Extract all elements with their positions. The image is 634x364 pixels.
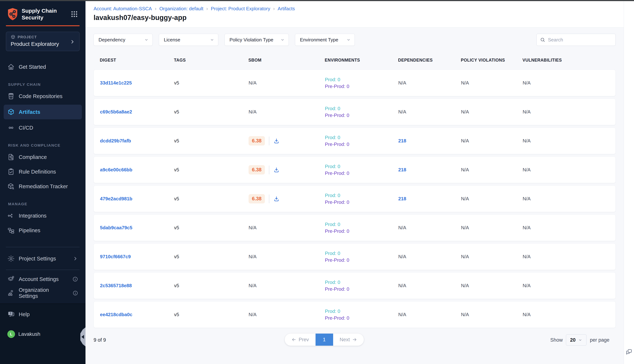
sidebar-item-organization-settings[interactable]: Organization Settings (4, 287, 82, 299)
filter-policy-violation-type[interactable]: Policy Violation Type (224, 34, 289, 46)
tags-cell: v5 (174, 80, 249, 86)
chevron-down-icon (144, 38, 149, 42)
page-size-value: 20 (570, 337, 575, 343)
sidebar-item-pipelines[interactable]: Pipelines (4, 224, 82, 236)
sbom-cell: N/A (249, 80, 325, 86)
sbom-download-button[interactable] (273, 167, 279, 173)
breadcrumb-account[interactable]: Account: Automation-SSCA (94, 6, 152, 12)
sidebar-item-code-repositories[interactable]: Code Repositories (4, 90, 82, 102)
right-rail (624, 1, 634, 364)
page-number-active[interactable]: 1 (315, 334, 333, 346)
user-menu[interactable]: L Lavakush (7, 330, 78, 338)
download-icon (273, 138, 279, 144)
org-gear-icon (7, 290, 15, 297)
sidebar-item-account-settings[interactable]: Account Settings (4, 273, 82, 285)
feedback-chat-icon[interactable] (625, 348, 633, 356)
sidebar-item-label: Get Started (19, 64, 46, 70)
dependencies-cell: N/A (398, 254, 461, 260)
environments-cell: Prod: 0 Pre-Prod: 0 (325, 250, 398, 264)
project-selector[interactable]: PROJECT Product Exploratory (6, 32, 80, 51)
collapse-arrow-icon (82, 335, 84, 339)
tags-cell: v5 (174, 283, 249, 288)
section-label-supply-chain: SUPPLY CHAIN (8, 82, 82, 87)
breadcrumb-organization[interactable]: Organization: default (159, 6, 203, 12)
sidebar-item-label: Integrations (19, 213, 47, 219)
sidebar-item-remediation-tracker[interactable]: Remediation Tracker (4, 180, 82, 193)
sidebar-item-get-started[interactable]: Get Started (4, 61, 82, 73)
prev-label: Prev (299, 337, 309, 342)
sbom-score-badge: 6.38 (249, 165, 265, 174)
info-icon[interactable] (73, 290, 78, 296)
env-prod: Prod: 0 (325, 76, 398, 83)
digest-link[interactable]: ee4218cdba0c (100, 312, 132, 317)
filter-license[interactable]: License (159, 34, 218, 46)
digest-link[interactable]: 9710cf6667c9 (100, 254, 131, 259)
pipeline-icon (7, 227, 15, 234)
environments-cell: Prod: 0 Pre-Prod: 0 (325, 221, 398, 234)
search-box (536, 34, 616, 46)
sidebar-item-project-settings[interactable]: Project Settings (4, 252, 82, 265)
next-page-button[interactable]: Next (333, 334, 364, 346)
search-input[interactable] (548, 37, 612, 43)
digest-link[interactable]: 5dab9caa79c5 (100, 225, 132, 230)
chevron-right-icon (70, 39, 75, 44)
policy-violations-cell: N/A (461, 196, 523, 202)
dependencies-cell: 218 (398, 167, 461, 173)
sbom-na: N/A (249, 109, 256, 114)
vulnerabilities-cell: N/A (523, 254, 611, 260)
tags-cell: v5 (174, 254, 249, 260)
breadcrumb-separator: › (273, 6, 275, 12)
digest-link[interactable]: dcdd29b7fafb (100, 138, 131, 144)
sidebar-item-artifacts[interactable]: Artifacts (4, 105, 82, 119)
page-size-group: Show 20 per page (550, 334, 609, 346)
env-prod: Prod: 0 (325, 221, 398, 228)
env-preprod: Pre-Prod: 0 (325, 141, 398, 148)
env-preprod: Pre-Prod: 0 (325, 286, 398, 292)
filter-environment-type[interactable]: Environment Type (295, 34, 355, 46)
dependencies-link[interactable]: 218 (398, 167, 406, 172)
breadcrumb-separator: › (206, 6, 208, 12)
document-search-icon (7, 154, 15, 161)
col-dependencies: DEPENDENCIES (398, 58, 461, 63)
sidebar-item-cicd[interactable]: CI/CD (4, 122, 82, 134)
breadcrumb-artifacts[interactable]: Artifacts (278, 6, 295, 12)
dependencies-na: N/A (398, 225, 406, 230)
env-preprod: Pre-Prod: 0 (325, 112, 398, 119)
digest-link[interactable]: 33d114e1c225 (100, 80, 132, 86)
app-launcher-grid-icon[interactable] (71, 10, 78, 18)
environments-cell: Prod: 0 Pre-Prod: 0 (325, 279, 398, 292)
sidebar-item-help[interactable]: ? Help (7, 310, 78, 318)
digest-link[interactable]: 2c5365718e88 (100, 283, 132, 288)
sidebar-item-integrations[interactable]: Integrations (4, 210, 82, 222)
sbom-na: N/A (249, 80, 256, 86)
shield-logo-icon (7, 7, 19, 21)
digest-link[interactable]: 479e2acd981b (100, 196, 132, 202)
breadcrumb-project[interactable]: Project: Product Exploratory (211, 6, 270, 12)
table-row: dcdd29b7fafb v5 6.38 Prod: 0 Pre-Prod: 0 (94, 128, 616, 154)
dependencies-cell: N/A (398, 312, 461, 318)
breadcrumb-separator: › (155, 6, 156, 12)
package-icon (11, 35, 16, 40)
sbom-download-button[interactable] (273, 138, 279, 144)
dependencies-link[interactable]: 218 (398, 196, 406, 202)
sbom-cell: N/A (249, 312, 325, 318)
prev-page-button[interactable]: Prev (285, 334, 315, 346)
policy-violations-cell: N/A (461, 167, 523, 173)
sidebar-item-label: Compliance (19, 154, 47, 160)
filter-dependency[interactable]: Dependency (94, 34, 153, 46)
dependencies-link[interactable]: 218 (398, 138, 406, 144)
info-icon[interactable] (72, 276, 78, 282)
result-count: 9 of 9 (94, 337, 106, 343)
digest-link[interactable]: c69c5b6a8ae2 (100, 109, 132, 114)
digest-link[interactable]: a9c6e00c66bb (100, 167, 132, 172)
page-size-select[interactable]: 20 (566, 334, 586, 346)
sidebar-item-label: Pipelines (19, 228, 40, 234)
sbom-download-button[interactable] (273, 196, 279, 202)
show-label: Show (550, 337, 563, 343)
code-repo-icon (7, 92, 15, 100)
filter-label: Dependency (99, 37, 125, 43)
cube-icon (7, 108, 15, 116)
policy-violations-cell: N/A (461, 225, 523, 230)
sidebar-item-compliance[interactable]: Compliance (4, 151, 82, 163)
sidebar-item-rule-definitions[interactable]: Rule Definitions (4, 166, 82, 178)
